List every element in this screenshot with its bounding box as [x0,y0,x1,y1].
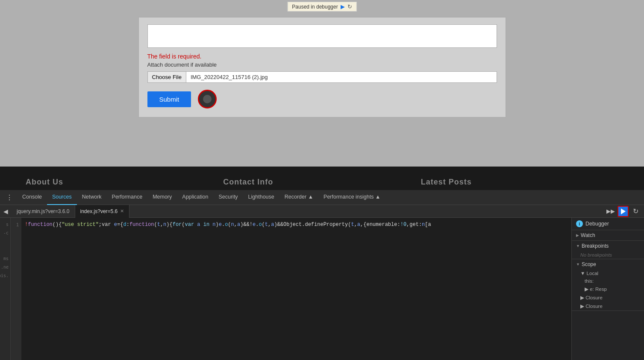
scope-section: ▼ Scope ▼ Local this: ▶ e: Resp ▶ Closur… [572,259,644,311]
watch-section: ▶ Watch [572,230,644,241]
breakpoints-label: Breakpoints [582,243,609,249]
file-input-row: Choose File IMG_20220422_115716 (2).jpg [147,71,497,83]
submit-row: Submit [147,90,497,108]
file-tab-back-btn[interactable]: ◀ [0,205,12,217]
file-tab-jquery[interactable]: jquery.min.js?ver=3.6.0 [12,205,75,218]
watch-arrow: ▶ [576,233,579,237]
gutter-label-ois: ois. [0,272,9,280]
scope-e-arrow: ▶ [585,287,590,292]
devtools-body: s -c ms .ne ois. 1 !function(){"use stri… [0,218,644,360]
tab-lighthouse[interactable]: Lighthouse [243,190,279,205]
circle-button[interactable] [198,90,217,108]
resume-script-btn[interactable] [618,206,629,217]
scope-local-arrow: ▼ [580,271,585,276]
scope-section-title[interactable]: ▼ Scope [572,259,644,269]
paused-play-btn[interactable]: ▶ [341,3,345,10]
scope-local-label: Local [587,271,599,276]
footer-col-posts: Latest Posts [421,178,618,187]
gutter-label-c: -c [3,229,9,237]
tab-sources[interactable]: Sources [47,190,77,205]
tab-performance-insights[interactable]: Performance insights ▲ [318,190,385,205]
breakpoints-item-placeholder: No breakpoints [572,251,644,259]
scope-local-title[interactable]: ▼ Local [572,269,644,277]
code-line-1: !function(){"use strict";var e={d:functi… [25,220,571,229]
breakpoints-section-title[interactable]: ▼ Breakpoints [572,241,644,251]
scope-arrow: ▼ [576,262,580,266]
file-tab-indexjs[interactable]: index.js?ver=5.6 ✕ [75,205,130,218]
file-tab-indexjs-label: index.js?ver=5.6 [80,208,118,214]
footer-contact-heading: Contact Info [223,178,273,186]
tab-performance[interactable]: Performance [107,190,148,205]
tab-network[interactable]: Network [77,190,107,205]
textarea-box[interactable] [147,24,497,48]
scope-this: this: [572,277,644,285]
devtools-tab-bar: ⋮ Console Sources Network Performance Me… [0,190,644,205]
debugger-label: Debugger [585,221,609,227]
show-snippets-btn[interactable]: ▶▶ [606,206,616,217]
file-tab-jquery-label: jquery.min.js?ver=3.6.0 [17,208,70,214]
info-icon: i [576,220,583,227]
gutter-label-ne: .ne [1,263,9,272]
scope-closure-1-label: Closure [585,295,603,300]
file-name-display: IMG_20220422_115716 (2).jpg [186,72,272,82]
scope-closure-2-arrow: ▶ [580,304,585,309]
scope-closure-1-arrow: ▶ [580,295,585,300]
paused-text: Paused in debugger [292,4,338,10]
resume-play-icon [621,208,626,214]
scope-e-label: e: Resp [590,287,607,292]
scope-e-resp[interactable]: ▶ e: Resp [572,285,644,293]
tab-security[interactable]: Security [213,190,243,205]
scope-label: Scope [582,261,596,267]
tab-recorder[interactable]: Recorder ▲ [279,190,318,205]
webpage-area: Paused in debugger ▶ ↻ The field is requ… [0,0,644,167]
breakpoints-section: ▼ Breakpoints No breakpoints [572,241,644,259]
file-tabs-row: ◀ jquery.min.js?ver=3.6.0 index.js?ver=5… [0,205,644,218]
tab-application[interactable]: Application [177,190,213,205]
error-text: The field is required. [147,53,497,60]
choose-file-btn[interactable]: Choose File [148,72,186,82]
footer-col-about: About Us [26,178,223,187]
footer-posts-heading: Latest Posts [421,178,472,186]
line-num-1: 1 [16,220,19,229]
circle-inner [203,95,212,103]
scope-closure-2-label: Closure [585,304,603,309]
watch-label: Watch [581,232,595,238]
file-tabs-right: ▶▶ ↻ [606,205,644,217]
step-over-btn[interactable]: ↻ [630,206,641,217]
watch-section-title[interactable]: ▶ Watch [572,230,644,240]
devtools-menu-dots[interactable]: ⋮ [3,193,15,202]
submit-button[interactable]: Submit [147,91,191,107]
line-numbers: 1 [11,218,21,360]
file-tab-indexjs-close[interactable]: ✕ [120,208,124,214]
gutter-label-s: s [6,220,9,229]
right-panel-header: i Debugger [572,218,644,230]
footer-about-heading: About Us [26,178,63,186]
breakpoints-arrow: ▼ [576,244,580,248]
tab-console[interactable]: Console [17,190,47,205]
devtools-panel: ⋮ Console Sources Network Performance Me… [0,190,644,360]
form-container: The field is required. Attach document i… [138,17,506,117]
scope-this-label: this: [585,278,594,284]
code-area[interactable]: !function(){"use strict";var e={d:functi… [21,218,571,360]
footer-col-contact: Contact Info [223,178,421,187]
scope-closure-1[interactable]: ▶ Closure [572,293,644,302]
paused-banner: Paused in debugger ▶ ↻ [287,2,356,12]
tab-memory[interactable]: Memory [147,190,177,205]
scope-closure-2[interactable]: ▶ Closure [572,302,644,310]
gutter-label-ms: ms [3,255,9,263]
attach-label: Attach document if available [147,61,497,68]
dark-footer: About Us Contact Info Latest Posts [0,167,644,190]
left-gutter: s -c ms .ne ois. [0,218,11,360]
paused-step-btn[interactable]: ↻ [347,3,352,10]
right-panel: i Debugger ▶ Watch ▼ Breakpoints No brea… [571,218,644,360]
